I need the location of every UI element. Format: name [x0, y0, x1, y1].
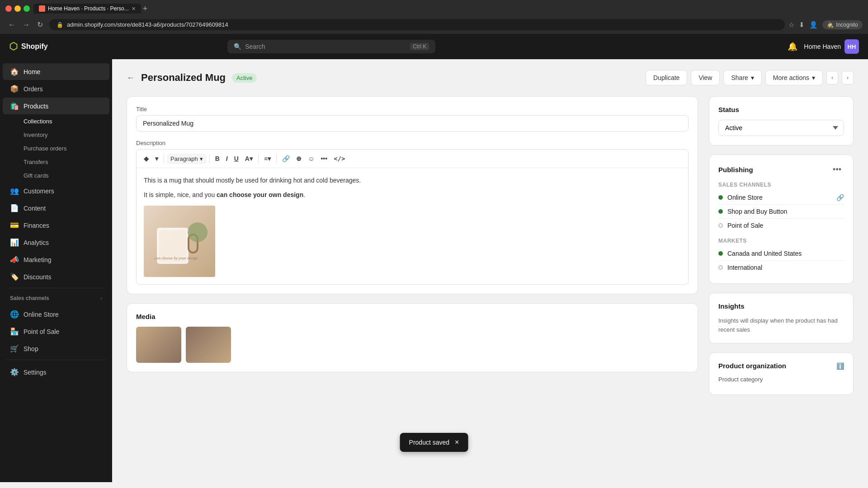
- insights-card: Insights Insights will display when the …: [709, 293, 854, 343]
- bookmark-btn[interactable]: ☆: [788, 21, 794, 29]
- editor-content-area[interactable]: This is a mug that should mostly be used…: [137, 168, 688, 284]
- media-thumb-1[interactable]: [136, 327, 181, 363]
- sidebar-sub-inventory[interactable]: Inventory: [3, 128, 109, 141]
- sidebar-item-orders[interactable]: 📦 Orders: [3, 80, 109, 97]
- status-select[interactable]: Active Draft: [718, 120, 844, 136]
- pos-channel-label: Point of Sale: [727, 222, 763, 229]
- publishing-more-btn[interactable]: •••: [830, 164, 844, 175]
- description-line-1: This is a mug that should mostly be used…: [144, 175, 681, 185]
- back-nav-btn[interactable]: ←: [5, 19, 18, 30]
- address-text: admin.shopify.com/store/de8143-a6/produc…: [67, 21, 228, 28]
- shop-buy-dot: [718, 209, 723, 214]
- search-bar[interactable]: 🔍 Search Ctrl K: [227, 40, 435, 53]
- link-btn[interactable]: 🔗: [279, 153, 292, 164]
- toolbar-sep-3: [258, 154, 259, 163]
- sidebar-item-discounts-label: Discounts: [24, 273, 51, 281]
- back-button[interactable]: ←: [127, 73, 135, 83]
- font-color-btn[interactable]: A▾: [242, 153, 255, 164]
- sidebar-sub-purchase-orders[interactable]: Purchase orders: [3, 142, 109, 155]
- svg-text:can choose by your design: can choose by your design: [155, 256, 198, 260]
- code-view-btn[interactable]: </>: [331, 153, 348, 164]
- view-button[interactable]: View: [691, 70, 720, 85]
- active-tab[interactable]: Home Haven · Products · Perso... ✕: [33, 4, 141, 14]
- sidebar-sub-transfers[interactable]: Transfers: [3, 155, 109, 169]
- markets-list: Canada and United States International: [718, 247, 844, 274]
- toast-close-btn[interactable]: ×: [455, 438, 459, 446]
- italic-btn[interactable]: I: [223, 153, 231, 164]
- align-btn[interactable]: ≡▾: [261, 153, 274, 164]
- markets-label: Markets: [718, 238, 844, 244]
- analytics-icon: 📊: [10, 238, 19, 247]
- emoji-btn[interactable]: ☺: [305, 153, 317, 164]
- forward-nav-btn[interactable]: →: [20, 19, 33, 30]
- sidebar-item-analytics[interactable]: 📊 Analytics: [3, 234, 109, 251]
- insert-btn[interactable]: ⊕: [293, 153, 304, 164]
- avatar-initials: HH: [848, 43, 856, 50]
- sidebar-item-settings[interactable]: ⚙️ Settings: [3, 364, 109, 380]
- editor-format-chevron[interactable]: ▾: [152, 153, 161, 164]
- close-window-btn[interactable]: [5, 5, 12, 12]
- sidebar-item-content-label: Content: [24, 205, 46, 212]
- prev-record-btn[interactable]: ‹: [826, 71, 838, 84]
- new-tab-btn[interactable]: +: [143, 4, 148, 14]
- publishing-card: Publishing ••• Sales channels Online Sto…: [709, 155, 854, 284]
- sidebar-item-content[interactable]: 📄 Content: [3, 200, 109, 216]
- sidebar-item-analytics-label: Analytics: [24, 239, 49, 246]
- online-store-icon: 🌐: [10, 310, 19, 319]
- address-bar-row: ← → ↻ 🔒 admin.shopify.com/store/de8143-a…: [0, 17, 868, 34]
- toolbar-sep-2: [209, 154, 210, 163]
- duplicate-button[interactable]: Duplicate: [646, 70, 687, 85]
- sidebar-item-online-store-label: Online Store: [24, 311, 59, 318]
- maximize-window-btn[interactable]: [24, 5, 30, 12]
- sidebar-item-pos[interactable]: 🏪 Point of Sale: [3, 323, 109, 340]
- description-line-2: It is simple, nice, and you can choose y…: [144, 190, 681, 200]
- media-thumb-2[interactable]: [186, 327, 231, 363]
- reload-nav-btn[interactable]: ↻: [34, 19, 46, 30]
- sales-channels-section-label: Sales channels: [10, 295, 49, 301]
- store-name: Home Haven: [804, 43, 841, 50]
- sidebar-item-products[interactable]: 🛍️ Products: [3, 98, 109, 114]
- more-actions-button[interactable]: More actions ▾: [765, 70, 823, 85]
- more-toolbar-btn[interactable]: •••: [318, 153, 330, 164]
- minimize-window-btn[interactable]: [14, 5, 21, 12]
- share-button[interactable]: Share ▾: [723, 70, 761, 85]
- editor-format-btn[interactable]: ◆: [141, 153, 151, 164]
- product-org-title: Product organization: [718, 362, 786, 370]
- media-grid: [136, 327, 689, 363]
- content-icon: 📄: [10, 204, 19, 212]
- sidebar-item-finances[interactable]: 💳 Finances: [3, 217, 109, 234]
- paragraph-dropdown[interactable]: Paragraph ▾: [167, 154, 207, 164]
- sidebar-sub-gift-cards[interactable]: Gift cards: [3, 169, 109, 182]
- sidebar-item-customers[interactable]: 👥 Customers: [3, 183, 109, 199]
- profile-btn[interactable]: 👤: [809, 21, 818, 29]
- media-section-card: Media: [127, 303, 698, 372]
- address-bar[interactable]: 🔒 admin.shopify.com/store/de8143-a6/prod…: [49, 19, 785, 30]
- sidebar-item-home[interactable]: 🏠 Home: [3, 63, 109, 80]
- paragraph-format-label: Paragraph: [170, 155, 198, 162]
- sidebar-item-shop[interactable]: 🛒 Shop: [3, 340, 109, 357]
- sidebar-item-marketing[interactable]: 📣 Marketing: [3, 251, 109, 268]
- title-input[interactable]: [136, 115, 689, 131]
- shopify-logo-icon: ⬡: [9, 41, 18, 52]
- next-record-btn[interactable]: ›: [842, 71, 854, 84]
- download-btn[interactable]: ⬇: [799, 21, 805, 29]
- sidebar-item-discounts[interactable]: 🏷️ Discounts: [3, 268, 109, 285]
- sidebar-sub-collections[interactable]: Collections: [3, 115, 109, 128]
- tab-close-btn[interactable]: ✕: [132, 6, 136, 12]
- editor-toolbar: ◆ ▾ Paragraph ▾ B I U: [137, 150, 688, 168]
- more-actions-chevron-icon: ▾: [812, 74, 815, 81]
- search-shortcut: Ctrl K: [410, 43, 429, 50]
- sidebar-item-online-store[interactable]: 🌐 Online Store: [3, 306, 109, 323]
- finances-icon: 💳: [10, 221, 19, 230]
- underline-btn[interactable]: U: [231, 153, 241, 164]
- sidebar-item-settings-label: Settings: [24, 369, 47, 376]
- channel-link-icon[interactable]: 🔗: [836, 194, 844, 201]
- notification-btn[interactable]: 🔔: [788, 42, 797, 52]
- chevron-right-icon[interactable]: ›: [100, 295, 102, 301]
- sidebar-divider-2: [5, 360, 107, 360]
- user-btn[interactable]: Home Haven HH: [804, 39, 859, 54]
- shop-buy-channel-label: Shop and Buy Button: [727, 208, 787, 215]
- search-placeholder-text: Search: [245, 43, 265, 50]
- discounts-icon: 🏷️: [10, 272, 19, 281]
- bold-btn[interactable]: B: [212, 153, 222, 164]
